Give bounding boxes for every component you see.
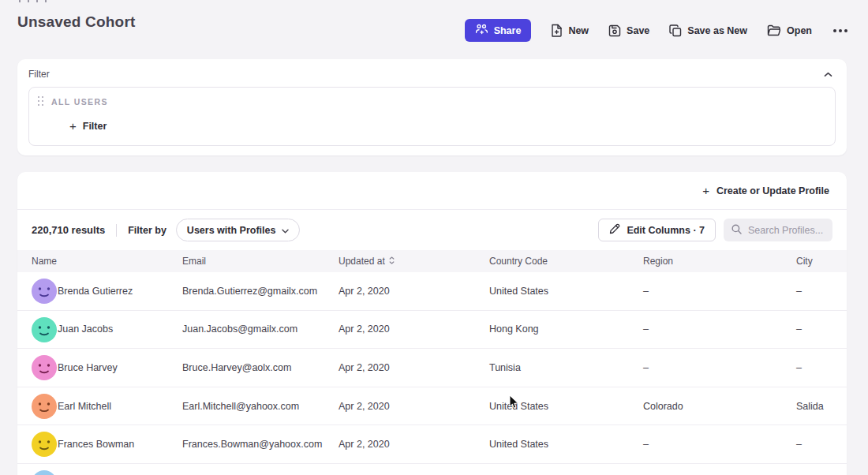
save-button[interactable]: Save <box>608 24 649 37</box>
column-header-email[interactable]: Email <box>182 256 206 267</box>
column-header-updated-at[interactable]: Updated at <box>339 256 395 267</box>
profiles-panel: + Create or Update Profile 220,710 resul… <box>17 172 847 475</box>
edit-columns-label: Edit Columns · 7 <box>627 225 705 236</box>
copy-icon <box>669 24 682 37</box>
share-button-label: Share <box>494 25 522 36</box>
column-header-country-code[interactable]: Country Code <box>489 256 548 267</box>
cell-name: Juan Jacobs <box>58 324 113 335</box>
plus-icon: + <box>702 185 709 196</box>
cell-region: – <box>643 324 649 335</box>
cell-region: Colorado <box>643 401 683 412</box>
cell-email: Earl.Mitchell@yahoox.com <box>182 401 299 412</box>
cell-name: Frances Bowman <box>58 439 134 450</box>
table-row[interactable]: Earl Mitchell Earl.Mitchell@yahoox.com A… <box>17 387 847 426</box>
share-button[interactable]: Share <box>465 19 532 42</box>
table-body: Brenda Gutierrez Brenda.Gutierrez@gmailx… <box>17 272 847 475</box>
save-as-new-button-label: Save as New <box>687 25 747 36</box>
divider <box>116 224 117 237</box>
cell-email: Bruce.Harvey@aolx.com <box>182 362 291 373</box>
column-header-city[interactable]: City <box>796 256 813 267</box>
avatar <box>32 279 57 304</box>
table-row[interactable]: Brenda Gutierrez Brenda.Gutierrez@gmailx… <box>17 272 847 311</box>
profile-type-dropdown[interactable]: Users with Profiles <box>176 219 301 241</box>
table-row[interactable]: Bruce Harvey Bruce.Harvey@aolx.com Apr 2… <box>17 349 847 387</box>
save-disk-icon <box>608 24 621 37</box>
results-count: 220,710 results <box>32 224 105 236</box>
save-button-label: Save <box>627 25 649 36</box>
cell-updated-at: Apr 2, 2020 <box>339 401 390 412</box>
open-button[interactable]: Open <box>767 24 812 36</box>
cell-city: – <box>796 286 802 297</box>
header-actions: Share New Save Save as New <box>465 19 849 42</box>
page: { "header": { "title": "Unsaved Cohort",… <box>0 0 868 475</box>
cell-name: Earl Mitchell <box>58 401 111 412</box>
cell-name: Brenda Gutierrez <box>58 286 133 297</box>
new-button-label: New <box>568 25 589 36</box>
cell-country-code: Hong Kong <box>489 324 539 335</box>
avatar <box>32 432 57 457</box>
cell-region: – <box>643 286 649 297</box>
cell-updated-at: Apr 2, 2020 <box>339 439 390 450</box>
avatar <box>32 394 57 419</box>
create-or-update-profile-button[interactable]: + Create or Update Profile <box>702 185 829 196</box>
cell-email: Juan.Jacobs@gmailx.com <box>182 324 297 335</box>
filter-group-label: ALL USERS <box>51 97 108 107</box>
chevron-down-icon <box>282 225 289 236</box>
search-profiles-input[interactable] <box>748 225 825 236</box>
cell-country-code: Tunisia <box>489 362 521 373</box>
cell-email: Brenda.Gutierrez@gmailx.com <box>182 286 317 297</box>
search-profiles-box <box>724 219 832 241</box>
new-button[interactable]: New <box>551 24 589 37</box>
search-icon <box>731 223 742 238</box>
open-button-label: Open <box>787 25 812 36</box>
more-options-button[interactable] <box>832 26 849 36</box>
cell-email: Frances.Bowman@yahoox.com <box>182 439 322 450</box>
share-users-icon <box>475 24 488 37</box>
folder-icon <box>767 24 781 36</box>
collapse-chevron-up-icon[interactable] <box>822 70 834 79</box>
table-row[interactable]: Juan Jacobs Juan.Jacobs@gmailx.com Apr 2… <box>17 311 847 350</box>
cell-country-code: United States <box>489 286 548 297</box>
breadcrumb-remnant <box>19 0 47 2</box>
edit-columns-button[interactable]: Edit Columns · 7 <box>598 219 716 241</box>
create-or-update-profile-label: Create or Update Profile <box>716 185 829 196</box>
file-plus-icon <box>551 24 563 37</box>
cell-city: Salida <box>796 401 824 412</box>
cell-updated-at: Apr 2, 2020 <box>339 324 390 335</box>
cell-city: – <box>796 362 802 373</box>
cell-updated-at: Apr 2, 2020 <box>339 362 390 373</box>
profile-type-value: Users with Profiles <box>187 225 276 236</box>
add-filter-label: Filter <box>83 121 107 132</box>
filter-panel-title: Filter <box>28 69 50 80</box>
filter-panel: Filter ALL USERS + Filter <box>17 59 847 155</box>
table-header-row: Name Email Updated at Country Code Regio… <box>17 250 847 272</box>
pencil-icon <box>609 223 620 237</box>
avatar <box>32 317 57 342</box>
plus-icon: + <box>69 120 77 132</box>
column-header-region[interactable]: Region <box>643 256 673 267</box>
filter-by-label: Filter by <box>128 225 166 236</box>
avatar <box>32 470 57 475</box>
cell-region: – <box>643 362 649 373</box>
drag-handle-icon[interactable] <box>38 96 44 107</box>
cell-city: – <box>796 439 802 450</box>
add-filter-button[interactable]: + Filter <box>69 120 107 132</box>
table-row[interactable]: Frances Bowman Frances.Bowman@yahoox.com… <box>17 425 847 464</box>
cell-city: – <box>796 324 802 335</box>
column-header-name[interactable]: Name <box>32 256 57 267</box>
save-as-new-button[interactable]: Save as New <box>669 24 747 37</box>
avatar <box>32 355 57 380</box>
table-toolbar: 220,710 results Filter by Users with Pro… <box>17 210 847 250</box>
sort-icon[interactable] <box>389 256 395 267</box>
page-title: Unsaved Cohort <box>17 13 136 31</box>
cell-region: – <box>643 439 649 450</box>
cell-country-code: United States <box>489 401 548 412</box>
cell-updated-at: Apr 2, 2020 <box>339 286 390 297</box>
cell-country-code: United States <box>489 439 548 450</box>
table-row[interactable] <box>17 464 847 475</box>
filter-group: ALL USERS + Filter <box>28 87 836 146</box>
cell-name: Bruce Harvey <box>58 362 118 373</box>
